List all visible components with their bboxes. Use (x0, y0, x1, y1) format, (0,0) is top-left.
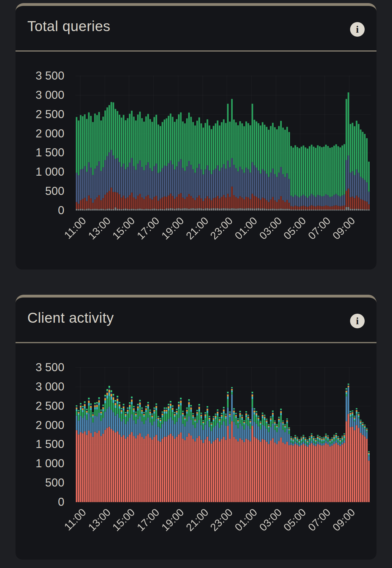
y-tick-label: 500 (11, 476, 64, 490)
x-tick-label: 03:00 (249, 506, 284, 541)
y-tick-label: 0 (11, 495, 64, 509)
y-tick-label: 1 000 (11, 457, 64, 470)
y-tick-label: 2 000 (11, 418, 64, 432)
x-tick-label: 23:00 (200, 215, 235, 249)
y-tick-label: 3 500 (11, 69, 64, 83)
x-tick-label: 11:00 (54, 215, 88, 249)
total-queries-chart: 3 5003 0002 5002 0001 5001 0005000 11:00… (16, 6, 376, 270)
y-tick-label: 1 500 (11, 146, 64, 159)
x-tick-label: 19:00 (152, 215, 186, 249)
y-tick-label: 1 500 (11, 437, 64, 451)
x-tick-label: 15:00 (103, 215, 137, 249)
client-activity-chart-canvas[interactable] (75, 367, 371, 503)
y-tick-label: 2 500 (11, 108, 64, 121)
x-tick-label: 21:00 (176, 506, 210, 541)
total-queries-chart-canvas[interactable] (75, 75, 371, 212)
y-tick-label: 3 000 (11, 380, 64, 394)
x-tick-label: 19:00 (152, 506, 186, 541)
x-tick-label: 13:00 (78, 215, 112, 249)
x-tick-label: 17:00 (127, 215, 161, 249)
x-tick-label: 09:00 (323, 215, 357, 249)
y-tick-label: 1 000 (11, 165, 64, 179)
y-tick-label: 500 (11, 184, 64, 198)
x-tick-label: 21:00 (176, 215, 210, 249)
x-tick-label: 03:00 (249, 215, 284, 249)
panel-client-activity: Client activity i 3 5003 0002 5002 0001 … (16, 295, 376, 560)
x-tick-label: 17:00 (127, 506, 161, 541)
x-tick-label: 15:00 (103, 506, 137, 541)
x-tick-label: 13:00 (78, 506, 112, 541)
x-tick-label: 09:00 (323, 506, 357, 541)
x-tick-label: 01:00 (225, 215, 259, 249)
y-tick-label: 0 (11, 204, 64, 217)
y-tick-label: 3 500 (11, 361, 64, 374)
panel-total-queries: Total queries i 3 5003 0002 5002 0001 50… (16, 3, 376, 270)
y-tick-label: 2 000 (11, 127, 64, 141)
y-tick-label: 2 500 (11, 399, 64, 413)
y-tick-label: 3 000 (11, 88, 64, 102)
x-tick-label: 23:00 (200, 506, 235, 541)
x-tick-label: 07:00 (298, 215, 332, 249)
x-tick-label: 11:00 (54, 506, 88, 541)
x-tick-label: 05:00 (274, 506, 308, 541)
x-tick-label: 05:00 (274, 215, 308, 249)
x-tick-label: 01:00 (225, 506, 259, 541)
client-activity-chart: 3 5003 0002 5002 0001 5001 0005000 11:00… (16, 298, 376, 560)
x-tick-label: 07:00 (298, 506, 332, 541)
